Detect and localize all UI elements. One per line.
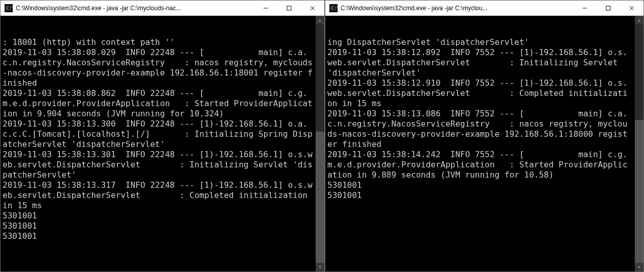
scroll-up-button[interactable]: ▲ — [316, 16, 324, 24]
scrollbar-track[interactable] — [316, 24, 324, 263]
terminal-text: : 18001 (http) with context path '' 2019… — [3, 37, 322, 241]
window-controls — [254, 1, 324, 15]
titlebar[interactable]: C:\ C:\Windows\system32\cmd.exe - java -… — [325, 1, 643, 16]
svg-text:C:\: C:\ — [331, 6, 338, 11]
scrollbar-thumb[interactable] — [316, 132, 324, 263]
minimize-button[interactable] — [573, 1, 597, 15]
cmd-icon: C:\ — [5, 4, 13, 12]
titlebar[interactable]: C:\ C:\Windows\system32\cmd.exe - java -… — [1, 1, 324, 16]
terminal-output[interactable]: ing DispatcherServlet 'dispatcherServlet… — [325, 16, 643, 271]
maximize-button[interactable] — [597, 1, 620, 15]
svg-rect-4 — [287, 6, 291, 10]
svg-text:C:\: C:\ — [6, 6, 13, 11]
scrollbar[interactable]: ▲ ▼ — [635, 16, 643, 271]
scrollbar-track[interactable] — [635, 24, 643, 263]
scrollbar-thumb[interactable] — [635, 120, 643, 263]
cmd-window-right: C:\ C:\Windows\system32\cmd.exe - java -… — [325, 0, 644, 272]
svg-rect-11 — [606, 6, 610, 10]
scroll-down-button[interactable]: ▼ — [635, 263, 643, 271]
cmd-window-left: C:\ C:\Windows\system32\cmd.exe - java -… — [0, 0, 325, 272]
terminal-output[interactable]: : 18001 (http) with context path '' 2019… — [1, 16, 324, 271]
window-title: C:\Windows\system32\cmd.exe - java -jar … — [341, 5, 573, 12]
terminal-text: ing DispatcherServlet 'dispatcherServlet… — [327, 37, 641, 201]
window-title: C:\Windows\system32\cmd.exe - java -jar … — [16, 5, 254, 12]
cmd-icon: C:\ — [329, 4, 338, 12]
maximize-button[interactable] — [277, 1, 301, 15]
close-button[interactable] — [620, 1, 643, 15]
scrollbar[interactable]: ▲ ▼ — [316, 16, 324, 271]
minimize-button[interactable] — [254, 1, 277, 15]
window-controls — [573, 1, 643, 15]
close-button[interactable] — [301, 1, 324, 15]
scroll-up-button[interactable]: ▲ — [635, 16, 643, 24]
scroll-down-button[interactable]: ▼ — [316, 263, 324, 271]
